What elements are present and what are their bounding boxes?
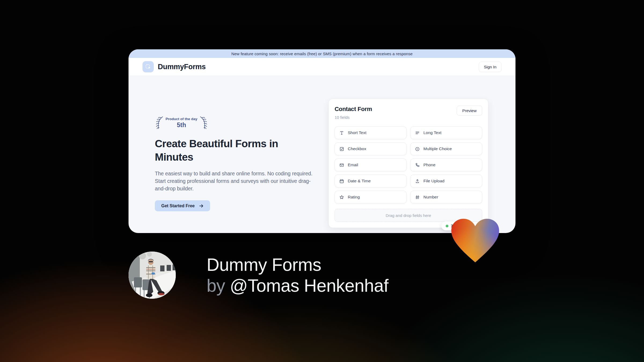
field-chip-date-time[interactable]: Date & Time xyxy=(335,175,407,187)
star-icon xyxy=(339,195,344,200)
byline-name: @Tomas Henkenhaf xyxy=(230,276,389,295)
badge-rank: 5th xyxy=(166,122,197,128)
field-chip-email[interactable]: Email xyxy=(335,158,407,171)
upload-icon xyxy=(415,179,420,184)
caption-byline: by @Tomas Henkenhaf xyxy=(207,275,389,296)
hero-copy: Product of the day 5th Create Beautiful … xyxy=(155,115,321,211)
browser-window: New feature coming soon: receive emails … xyxy=(129,49,515,233)
caption-title: Dummy Forms xyxy=(207,254,389,275)
avatar xyxy=(129,252,176,299)
form-title: Contact Form xyxy=(335,106,372,113)
announcement-banner: New feature coming soon: receive emails … xyxy=(129,49,515,58)
short-text-icon xyxy=(339,130,344,135)
author-block: Dummy Forms by @Tomas Henkenhaf xyxy=(129,252,389,299)
field-chip-long-text[interactable]: Long Text xyxy=(410,126,482,139)
field-chip-file-upload[interactable]: File Upload xyxy=(410,175,482,187)
checkbox-icon xyxy=(339,146,344,152)
field-chip-phone[interactable]: Phone xyxy=(410,158,482,171)
laurel-right-icon xyxy=(199,115,208,131)
phone-icon xyxy=(415,162,420,168)
drag-drop-label: Drag and drop fields here xyxy=(386,213,431,218)
laurel-left-icon xyxy=(155,115,164,131)
brand-name: DummyForms xyxy=(158,63,206,71)
promo-card-background: New feature coming soon: receive emails … xyxy=(0,0,644,362)
hero-title: Create Beautiful Forms in Minutes xyxy=(155,137,301,164)
cursor-select-icon xyxy=(145,64,151,70)
dummyforms-logo-icon xyxy=(142,61,154,72)
email-icon xyxy=(339,162,344,168)
form-builder-header: Contact Form 10 fields Preview xyxy=(335,106,482,120)
field-count: 10 fields xyxy=(335,115,372,120)
long-text-icon xyxy=(415,130,420,135)
form-builder-card: Contact Form 10 fields Preview Short Tex… xyxy=(328,99,488,228)
get-started-label: Get Started Free xyxy=(161,204,195,208)
field-chip-checkbox[interactable]: Checkbox xyxy=(335,142,407,155)
get-started-button[interactable]: Get Started Free xyxy=(155,200,210,211)
byline-prefix: by xyxy=(207,276,225,295)
caption: Dummy Forms by @Tomas Henkenhaf xyxy=(207,254,389,296)
announcement-text: New feature coming soon: receive emails … xyxy=(231,51,413,56)
multiple-choice-icon xyxy=(415,146,420,152)
badge-text: Product of the day 5th xyxy=(166,117,197,128)
preview-button[interactable]: Preview xyxy=(457,106,482,116)
online-dot-icon xyxy=(446,225,448,227)
field-chip-rating[interactable]: Rating xyxy=(335,191,407,204)
product-of-the-day-badge: Product of the day 5th xyxy=(155,115,195,131)
brand: DummyForms xyxy=(142,61,206,72)
arrow-right-icon xyxy=(199,204,204,208)
hash-icon xyxy=(415,195,420,200)
badge-label: Product of the day xyxy=(166,117,197,121)
field-chip-number[interactable]: Number xyxy=(410,191,482,204)
hero-description: The easiest way to build and share onlin… xyxy=(155,170,319,192)
calendar-icon xyxy=(339,179,344,184)
avatar-photo-illustration xyxy=(129,252,176,299)
gradient-heart-icon xyxy=(449,216,502,265)
hero-section: Product of the day 5th Create Beautiful … xyxy=(129,76,515,233)
site-header: DummyForms Sign In xyxy=(129,58,515,76)
sign-in-button[interactable]: Sign In xyxy=(479,62,502,72)
field-type-grid: Short Text Long Text Checkbox Multiple C… xyxy=(335,126,482,204)
field-chip-multiple-choice[interactable]: Multiple Choice xyxy=(410,142,482,155)
field-chip-short-text[interactable]: Short Text xyxy=(335,126,407,139)
